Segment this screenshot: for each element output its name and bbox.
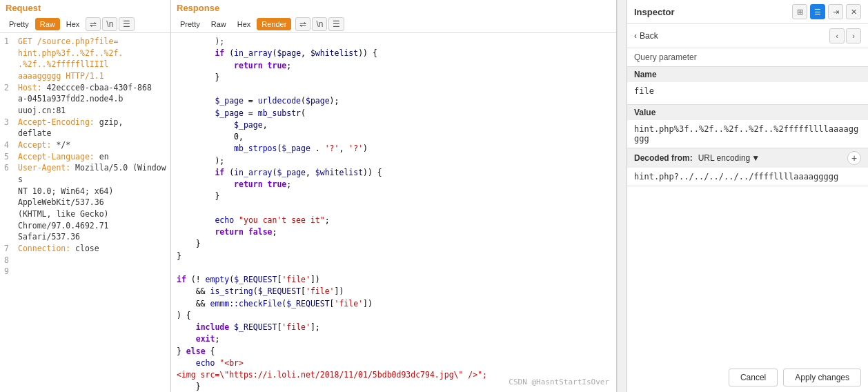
cancel-button[interactable]: Cancel <box>729 369 778 386</box>
back-label: Back <box>640 31 658 41</box>
decoded-type-label: URL encoding <box>698 153 751 163</box>
decoded-add-btn[interactable]: + <box>847 151 861 165</box>
value-section: Value hint.php%3f..%2f..%2f..%2f..%2ffff… <box>627 105 868 148</box>
response-raw-btn[interactable]: Raw <box>206 18 231 30</box>
req-line-7: 7 Connection: close <box>0 243 170 255</box>
request-body: 1 GET /source.php?file=hint.php%3f..%2f.… <box>0 33 170 392</box>
req-line-4: 4 Accept: */* <box>0 139 170 151</box>
request-raw-btn[interactable]: Raw <box>35 18 60 30</box>
request-pretty-btn[interactable]: Pretty <box>4 18 34 30</box>
name-value: file <box>627 82 868 104</box>
decoded-chevron-icon: ▼ <box>751 153 760 163</box>
req-line-8: 8 <box>0 255 170 266</box>
req-line-2: 2 Host: 42eccce0-cbaa-430f-868a-0451a937… <box>0 82 170 117</box>
inspector-indent-icon[interactable]: ⇥ <box>828 4 843 19</box>
watermark: CSDN @HasntStartIsOver <box>509 377 609 389</box>
inspector-list-icon[interactable]: ☰ <box>810 4 825 19</box>
back-button[interactable]: ‹ Back <box>634 31 658 41</box>
response-toolbar: Pretty Raw Hex Render ⇌ \n ☰ <box>171 16 616 33</box>
value-value: hint.php%3f..%2f..%2f..%2f..%2ffffflllla… <box>627 120 868 148</box>
decoded-type-dropdown[interactable]: URL encoding ▼ <box>698 153 760 163</box>
back-nav-group: ‹ › <box>829 28 861 43</box>
decoded-label: Decoded from: <box>634 153 693 163</box>
response-newline-icon[interactable]: \n <box>312 17 327 31</box>
back-chevron-icon: ‹ <box>634 31 637 41</box>
req-line-5: 5 Accept-Language: en <box>0 151 170 163</box>
scrollbar[interactable] <box>617 0 627 392</box>
back-bar: ‹ Back ‹ › <box>627 24 868 48</box>
response-format-icon[interactable]: ⇌ <box>295 17 310 31</box>
inspector-header-bar: Inspector ⊞ ☰ ⇥ ✕ <box>627 0 868 24</box>
response-hex-btn[interactable]: Hex <box>233 18 256 30</box>
request-format-icon[interactable]: ⇌ <box>86 17 101 31</box>
response-more-icon[interactable]: ☰ <box>328 17 344 31</box>
req-line-3: 3 Accept-Encoding: gzip,deflate <box>0 117 170 139</box>
response-code: ); if (in_array($page, $whitelist)) { re… <box>177 36 611 392</box>
response-pretty-btn[interactable]: Pretty <box>175 18 205 30</box>
request-newline-icon[interactable]: \n <box>102 17 117 31</box>
req-line-1: 1 GET /source.php?file=hint.php%3f..%2f.… <box>0 36 170 82</box>
decoded-section: Decoded from: URL encoding ▼ + hint.php?… <box>627 148 868 186</box>
nav-prev-btn[interactable]: ‹ <box>829 28 845 43</box>
response-panel: Response Pretty Raw Hex Render ⇌ \n ☰ );… <box>171 0 617 392</box>
response-render-btn[interactable]: Render <box>257 18 291 30</box>
request-more-icon[interactable]: ☰ <box>119 17 135 31</box>
request-panel: Request Pretty Raw Hex ⇌ \n ☰ 1 GET /sou… <box>0 0 171 392</box>
request-hex-btn[interactable]: Hex <box>61 18 85 30</box>
request-header: Request <box>0 0 170 16</box>
nav-next-btn[interactable]: › <box>846 28 861 43</box>
response-header: Response <box>171 0 616 16</box>
request-toolbar: Pretty Raw Hex ⇌ \n ☰ <box>0 16 170 33</box>
value-header: Value <box>627 105 868 120</box>
req-line-6: 6 User-Agent: Mozilla/5.0 (WindowsNT 10.… <box>0 162 170 243</box>
decoded-value: hint.php?../../../../../ffffllllaaaagggg… <box>627 168 868 186</box>
inspector-grid-icon[interactable]: ⊞ <box>792 4 807 19</box>
inspector-title: Inspector <box>634 7 675 17</box>
action-bar: Cancel Apply changes <box>627 363 868 392</box>
inspector-close-icon[interactable]: ✕ <box>846 4 861 19</box>
query-param-label: Query parameter <box>627 48 868 67</box>
inspector-panel: Inspector ⊞ ☰ ⇥ ✕ ‹ Back ‹ › Query param… <box>627 0 868 392</box>
req-line-9: 9 <box>0 266 170 277</box>
inspector-icon-group: ⊞ ☰ ⇥ ✕ <box>792 4 861 19</box>
decoded-header-bar: Decoded from: URL encoding ▼ + <box>627 148 868 168</box>
response-body: ); if (in_array($page, $whitelist)) { re… <box>171 33 616 392</box>
name-section: Name file <box>627 67 868 105</box>
apply-changes-button[interactable]: Apply changes <box>783 369 861 386</box>
name-header: Name <box>627 67 868 82</box>
